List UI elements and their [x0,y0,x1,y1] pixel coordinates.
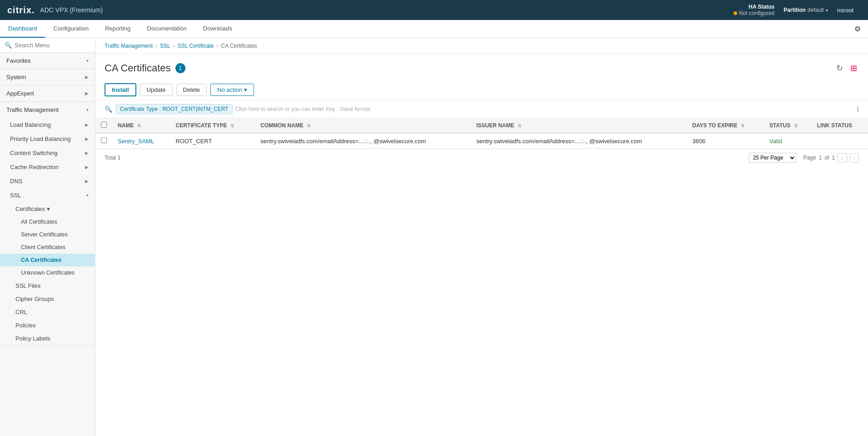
sidebar-item-policies-label: Policies [15,322,36,329]
ha-status-label: HA Status [748,4,774,10]
sidebar-item-dns[interactable]: DNS ▶ [0,174,95,188]
table-select-all-checkbox[interactable] [101,122,107,128]
sidebar-item-policy-labels-label: Policy Labels [15,335,50,342]
sidebar-item-load-balancing[interactable]: Load Balancing ▶ [0,118,95,132]
partition-label: Partition [783,7,806,13]
tab-documentation[interactable]: Documentation [139,20,195,38]
sidebar-item-cache-redirection-label: Cache Redirection [10,164,59,170]
breadcrumb: Traffic Management › SSL › SSL Certifica… [95,38,868,54]
ssl-chevron-icon: ▾ [86,193,89,198]
sidebar-search-input[interactable] [15,42,91,49]
table-header-cert-type[interactable]: CERTIFICATE TYPE ⇅ [170,118,255,133]
update-button[interactable]: Update [140,84,173,96]
table-row-checkbox[interactable] [101,137,107,143]
tab-downloads[interactable]: Downloads [195,20,240,38]
table-cell-name[interactable]: Sentry_SAML [112,133,170,149]
settings-icon[interactable]: ⚙ [847,25,868,33]
sidebar-item-ssl-files-label: SSL Files [15,282,40,289]
page-header-actions: ↻ ⊞ [834,61,859,75]
ha-status: HA Status Not configured [733,4,774,16]
page-title: CA Certificates 1 [105,62,185,74]
sidebar-item-policy-labels[interactable]: Policy Labels [0,332,95,345]
sidebar-item-content-switching-label: Content Switching [10,150,58,156]
sidebar-item-server-certificates[interactable]: Server Certificates [0,228,95,241]
sidebar-item-ca-certificates[interactable]: CA Certificates [0,254,95,266]
sidebar-item-ca-certificates-label: CA Certificates [21,257,61,263]
sidebar-system-header[interactable]: System ▶ [0,69,95,85]
ha-status-value: Not configured [733,10,774,16]
table-cell-cert-type: ROOT_CERT [170,133,255,149]
pagination-next-button[interactable]: › [850,153,859,163]
sidebar-appexpert-header[interactable]: AppExpert ▶ [0,85,95,101]
per-page-select[interactable]: 25 Per Page 50 Per Page 100 Per Page [749,153,796,163]
search-info-icon[interactable]: ℹ [857,105,859,113]
tab-dashboard[interactable]: Dashboard [0,20,45,38]
breadcrumb-sep-1: › [155,43,157,49]
pagination-per-page: 25 Per Page 50 Per Page 100 Per Page [749,153,796,163]
favorites-chevron-icon: ▾ [86,58,89,63]
pagination-of-label: of [824,155,829,161]
common-name-sort-icon: ⇅ [307,123,310,128]
sidebar-item-priority-load-balancing[interactable]: Priority Load Balancing ▶ [0,132,95,146]
appexpert-chevron-icon: ▶ [85,91,89,96]
pagination-prev-button[interactable]: ‹ [838,153,847,163]
delete-button[interactable]: Delete [176,84,207,96]
load-balancing-chevron-icon: ▶ [85,122,89,127]
partition-chevron-icon[interactable]: ▾ [826,8,828,13]
sidebar-item-crl-label: CRL [15,309,27,316]
breadcrumb-ssl[interactable]: SSL [160,43,170,49]
breadcrumb-sep-3: › [216,43,218,49]
cert-name-link[interactable]: Sentry_SAML [118,138,154,145]
sidebar-item-client-certificates-label: Client Certificates [21,244,65,251]
search-filter-tag[interactable]: Certificate Type : ROOT_CERT|INTM_CERT [116,104,233,114]
name-sort-icon: ⇅ [137,123,141,128]
action-label: No action [217,86,242,93]
sidebar-traffic-management-header[interactable]: Traffic Management ▾ [0,102,95,118]
sidebar-item-ssl-files[interactable]: SSL Files [0,279,95,292]
tab-configuration[interactable]: Configuration [45,20,97,38]
sidebar-search-container: 🔍 [0,38,95,53]
refresh-button[interactable]: ↻ [834,61,845,75]
table-col-status-label: STATUS [769,122,790,129]
page-header: CA Certificates 1 ↻ ⊞ [95,54,868,80]
sidebar-item-all-certificates[interactable]: All Certificates [0,215,95,228]
tab-reporting[interactable]: Reporting [97,20,139,38]
sidebar-item-cache-redirection[interactable]: Cache Redirection ▶ [0,160,95,174]
table-header-status[interactable]: STATUS ⇅ [764,118,812,133]
table-cell-days-to-expire: 3606 [687,133,764,149]
sidebar-item-policies[interactable]: Policies [0,319,95,332]
columns-button[interactable]: ⊞ [848,61,859,75]
main-layout: 🔍 Favorites ▾ System ▶ AppExpert ▶ [0,38,868,436]
search-bar: 🔍 Certificate Type : ROOT_CERT|INTM_CERT… [95,100,868,118]
table-header-common-name[interactable]: COMMON NAME ⇅ [255,118,471,133]
sidebar-item-unknown-certificates[interactable]: Unknown Certificates [0,266,95,279]
sidebar-item-certificates[interactable]: Certificates ▾ [0,202,95,215]
sidebar-appexpert-label: AppExpert [6,90,34,97]
sidebar-item-crl[interactable]: CRL [0,306,95,319]
breadcrumb-traffic-management[interactable]: Traffic Management [105,43,153,49]
table-header-days-to-expire[interactable]: DAYS TO EXPIRE ⇅ [687,118,764,133]
table-row-checkbox-cell [95,133,112,149]
sidebar: 🔍 Favorites ▾ System ▶ AppExpert ▶ [0,38,95,436]
partition-value: default [808,7,824,13]
sidebar-traffic-management-label: Traffic Management [6,106,59,113]
table-header-link-status[interactable]: LINK STATUS [812,118,868,133]
table-header-issuer-name[interactable]: ISSUER NAME ⇅ [471,118,687,133]
app-title: ADC VPX (Freemium) [40,6,103,14]
action-dropdown-button[interactable]: No action ▾ [210,84,254,96]
sidebar-favorites-header[interactable]: Favorites ▾ [0,53,95,69]
issuer-name-sort-icon: ⇅ [518,123,521,128]
user-name[interactable]: nsroot [837,7,853,14]
sidebar-item-content-switching[interactable]: Content Switching ▶ [0,146,95,160]
sidebar-section-favorites: Favorites ▾ [0,53,95,69]
search-hint[interactable]: Click here to search or you can enter Ke… [235,106,370,112]
breadcrumb-ssl-certificate[interactable]: SSL Certificate [178,43,214,49]
table-cell-link-status [812,133,868,149]
sidebar-item-client-certificates[interactable]: Client Certificates [0,241,95,254]
sidebar-item-cipher-groups[interactable]: Cipher Groups [0,292,95,306]
pagination-total: Total 1 [105,155,120,161]
sidebar-item-ssl[interactable]: SSL ▾ [0,188,95,202]
table-header-name[interactable]: NAME ⇅ [112,118,170,133]
sidebar-section-appexpert: AppExpert ▶ [0,85,95,102]
install-button[interactable]: Install [105,83,136,96]
